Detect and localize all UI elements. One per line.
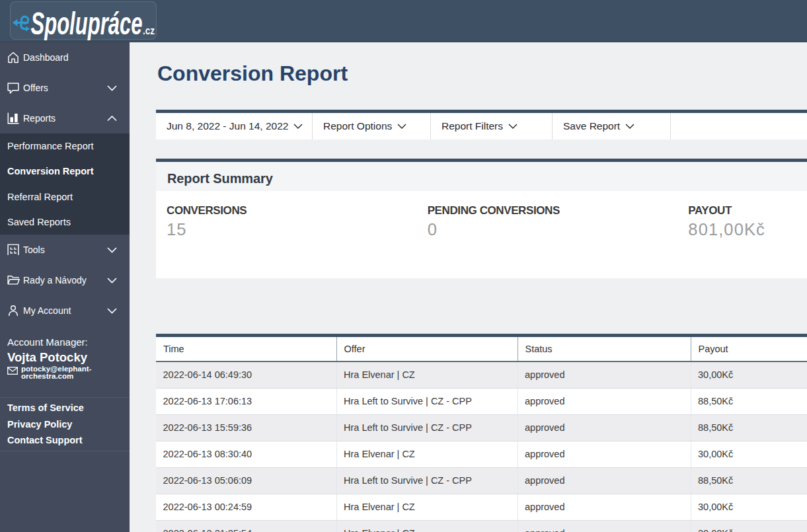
svg-text:Spolupráce: Spolupráce <box>31 6 143 41</box>
svg-text:.cz: .cz <box>143 24 155 37</box>
